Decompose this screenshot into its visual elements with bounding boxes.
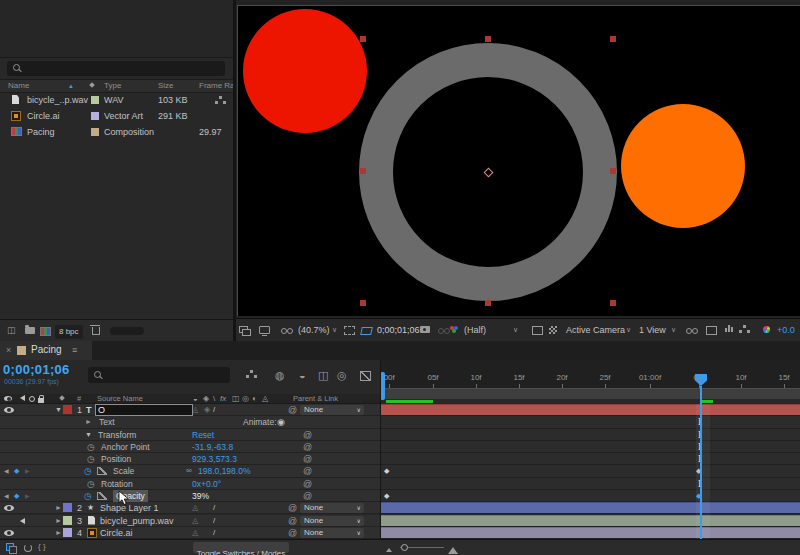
interpret-footage-icon[interactable]: ◫ [7,324,16,336]
group-label-text[interactable]: Text [99,416,115,428]
target-region-icon[interactable] [532,326,543,335]
property-row-anchor-point[interactable]: ◷ Anchor Point -31.9,-63.8 @ [0,441,380,453]
selection-handle[interactable] [610,36,616,42]
motion-blur-icon[interactable]: ◎ [337,369,347,381]
layer-row-2[interactable]: ► 2 ★ Shape Layer 1 ◬ / @ None ∨ [0,502,380,514]
label-swatch[interactable] [63,405,72,414]
project-row-vector[interactable]: Circle.ai Vector Art 291 KB [0,108,233,124]
property-row-rotation[interactable]: ◷ Rotation 0x+0.0° @ [0,478,380,490]
new-folder-icon[interactable] [25,327,35,334]
project-search-input[interactable] [7,61,225,76]
resolution-dropdown[interactable]: (Half) [464,324,486,336]
graph-editor-icon[interactable] [360,371,371,381]
label-column-icon[interactable] [89,82,95,88]
pickwhip-icon[interactable]: @ [303,490,312,502]
keyframe-toggle-icon[interactable]: ◆ [14,490,19,502]
scale-value[interactable]: 198.0,198.0% [198,465,250,477]
chevron-down-icon[interactable]: ∨ [332,324,337,336]
property-label[interactable]: Rotation [101,478,133,490]
expander-icon[interactable]: ► [85,416,92,428]
show-snapshot-icon[interactable] [438,328,444,334]
goggles-icon[interactable] [281,328,287,334]
pixel-aspect-icon[interactable] [686,328,692,334]
group-label-transform[interactable]: Transform [98,429,136,441]
pickwhip-icon[interactable]: @ [288,515,297,527]
prev-keyframe-icon[interactable]: ◀ [4,465,9,477]
track-row-opacity[interactable]: ◆ ◆ [381,490,800,502]
pickwhip-icon[interactable]: @ [303,478,312,490]
cube-3d-switch-icon[interactable]: ◬ [192,527,198,539]
next-keyframe-icon[interactable]: ▶ [25,490,30,502]
keyframe-toggle-icon[interactable]: ◆ [14,465,19,477]
quality-switch-icon[interactable]: / [213,527,215,539]
parent-link-column[interactable]: Parent & Link [293,394,338,404]
stopwatch-icon[interactable]: ◷ [84,465,92,477]
sort-ascending-icon[interactable]: ▲ [68,80,74,92]
timeline-splitter[interactable] [380,360,381,539]
exposure-value[interactable]: +0.0 [777,324,795,336]
flowchart-icon[interactable] [743,325,746,328]
pickwhip-icon[interactable]: @ [303,453,312,465]
cube-3d-switch-icon[interactable]: ◬ [192,404,198,416]
expander-icon[interactable]: ► [55,527,62,539]
label-swatch[interactable] [91,128,99,136]
scrollbar-thumb[interactable] [110,327,144,335]
playhead-line[interactable] [700,386,702,539]
cube-3d-switch-icon[interactable]: ◬ [192,502,198,514]
shy-layers-icon[interactable]: ◒ [299,369,306,381]
panel-menu-icon[interactable]: ≡ [72,344,77,356]
pickwhip-icon[interactable]: @ [303,429,312,441]
expander-icon[interactable]: ► [55,502,62,514]
speaker-icon[interactable] [17,518,25,524]
parent-dropdown[interactable]: None ∨ [300,516,364,526]
column-type[interactable]: Type [104,80,121,92]
selection-handle[interactable] [360,300,366,306]
prev-keyframe-icon[interactable]: ◀ [4,490,9,502]
stopwatch-icon[interactable]: ◷ [84,490,92,502]
animate-add-icon[interactable]: ◉ [277,416,285,428]
track-row[interactable]: I [381,441,800,453]
layer-row-4[interactable]: ► 4 Circle.ai ◬ / @ None ∨ [0,527,380,539]
delete-icon[interactable] [92,327,100,335]
column-size[interactable]: Size [158,80,174,92]
quality-switch-icon[interactable]: / [213,502,215,514]
eye-icon[interactable] [4,530,14,536]
property-label[interactable]: Scale [113,465,134,477]
pickwhip-icon[interactable]: @ [303,465,312,477]
zoom-slider-knob[interactable] [401,544,408,551]
in-out-panes-icon[interactable]: { } [38,541,46,553]
label-swatch[interactable] [63,516,72,525]
column-name[interactable]: Name [8,80,29,92]
chevron-down-icon[interactable]: ∨ [626,324,631,336]
work-area-bar[interactable] [381,388,800,400]
label-swatch[interactable] [91,112,99,120]
property-label[interactable]: Anchor Point [101,441,150,453]
selection-handle[interactable] [610,300,616,306]
bit-depth-button[interactable]: 8 bpc [55,325,83,339]
anchor-point-value[interactable]: -31.9,-63.8 [192,441,233,453]
layer-bar-text[interactable] [381,404,800,416]
transform-reset-link[interactable]: Reset [192,429,214,441]
draft-3d-icon[interactable]: ◍ [275,369,285,381]
graph-icon[interactable] [97,467,107,475]
track-row[interactable]: I [381,453,800,465]
track-row-scale[interactable]: ◆ ◆ [381,465,800,477]
transfer-controls-icon[interactable] [24,544,32,552]
position-value[interactable]: 929.3,573.3 [192,453,237,465]
zoom-out-mountain-icon[interactable] [386,545,392,552]
frame-blend-icon[interactable]: ◫ [318,369,328,381]
timeline-graph-icon[interactable] [725,328,727,332]
graph-icon[interactable] [97,492,107,500]
item-name[interactable]: Pacing [27,126,55,138]
opacity-value[interactable]: 39% [192,490,209,502]
new-composition-icon[interactable] [40,327,51,336]
selection-handle[interactable] [360,168,366,174]
pickwhip-icon[interactable]: @ [288,527,297,539]
parent-dropdown[interactable]: None ∨ [300,405,364,415]
view-layout-dropdown[interactable]: 1 View [639,324,666,336]
eye-icon[interactable] [4,407,14,413]
timeline-tab-pacing[interactable]: × Pacing ≡ [0,341,92,360]
zoom-in-mountain-icon[interactable] [448,542,458,554]
expander-icon[interactable]: ► [55,515,62,527]
monitor-icon[interactable] [259,326,270,334]
